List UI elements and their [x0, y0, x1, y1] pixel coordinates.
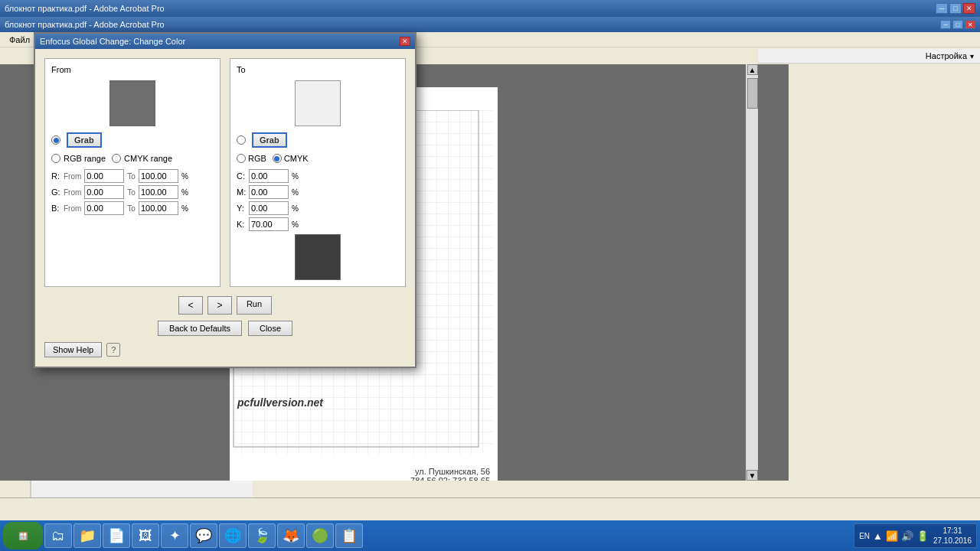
to-cmyk-radio[interactable]: CMYK: [273, 154, 309, 163]
c-label: C:: [237, 171, 246, 181]
explorer-icon: 🗂: [51, 528, 65, 544]
channel-rows: R: From To % G: From To: [51, 169, 214, 215]
to-color-preview-light: [295, 80, 341, 126]
y-label: Y:: [237, 204, 246, 213]
help-icon[interactable]: ?: [106, 343, 120, 357]
cmyk-channel-rows: C: % M: % Y:: [237, 169, 399, 231]
g-channel-row: G: From To %: [51, 185, 214, 199]
skype-icon: 💬: [195, 527, 212, 544]
vertical-scrollbar[interactable]: ▲ ▼: [746, 64, 758, 481]
dialog-close-button[interactable]: ✕: [400, 37, 410, 46]
to-cmyk-radio-btn[interactable]: [273, 154, 282, 163]
cmyk-range-label: CMYK range: [124, 154, 172, 163]
to-radio-button[interactable]: [237, 135, 246, 145]
taskbar-files-button[interactable]: 📁: [74, 523, 101, 548]
maximize-button[interactable]: □: [949, 3, 962, 14]
settings-bar: Настройка ▾: [758, 49, 980, 64]
inner-close-button[interactable]: ✕: [965, 20, 975, 29]
cmyk-range-radio[interactable]: CMYK range: [112, 154, 172, 163]
tray-sound-icon[interactable]: 🔊: [901, 530, 913, 542]
nav-next-button[interactable]: >: [207, 296, 232, 315]
to-rgb-radio[interactable]: RGB: [237, 154, 266, 163]
app-title-bar: блокнот практика.pdf - Adobe Acrobat Pro…: [0, 0, 980, 17]
g-to-input[interactable]: [139, 185, 178, 199]
b-from-input[interactable]: [84, 201, 124, 215]
inner-minimize-button[interactable]: ─: [940, 20, 951, 29]
settings-label: Настройка: [926, 51, 967, 60]
app4-icon: 📋: [341, 527, 358, 544]
scroll-down-button[interactable]: ▼: [746, 470, 758, 481]
g-label: G:: [51, 187, 60, 197]
r-label: R:: [51, 171, 60, 181]
tray-clock: 17:31: [933, 526, 972, 536]
c-pct: %: [292, 172, 299, 181]
dialog-close-action-button[interactable]: Close: [248, 321, 292, 336]
back-to-defaults-button[interactable]: Back to Defaults: [158, 321, 242, 336]
rgb-range-radio-btn[interactable]: [51, 154, 60, 163]
app2-icon: 🦊: [283, 527, 299, 544]
from-range-row: RGB range CMYK range: [51, 154, 214, 163]
status-bar: [0, 497, 980, 520]
to-rgb-radio-btn[interactable]: [237, 154, 246, 163]
m-input[interactable]: [249, 185, 289, 199]
b-pct: %: [181, 204, 188, 213]
r-from-input[interactable]: [84, 169, 124, 183]
change-color-dialog: Enfocus Global Change: Change Color ✕ Fr…: [34, 32, 416, 368]
dialog-action-row: Back to Defaults Close: [44, 321, 406, 336]
r-channel-row: R: From To %: [51, 169, 214, 183]
to-result-color-preview: [295, 234, 341, 280]
taskbar-app2-button[interactable]: 🦊: [277, 523, 305, 548]
taskbar-chrome-button[interactable]: 🌐: [219, 523, 247, 548]
b-channel-row: B: From To %: [51, 201, 214, 215]
g-from-input[interactable]: [84, 185, 124, 199]
rgb-range-radio[interactable]: RGB range: [51, 154, 106, 163]
k-channel-row: K: %: [237, 217, 399, 231]
illustrator-icon: ✦: [169, 527, 181, 544]
m-label: M:: [237, 187, 246, 197]
taskbar-illustrator-button[interactable]: ✦: [161, 523, 188, 548]
from-column: From Grab RGB range: [44, 58, 220, 287]
c-channel-row: C: %: [237, 169, 399, 183]
address-text: ул. Пушкинская, 56 784 56 02; 732 58 65: [410, 467, 490, 481]
show-help-button[interactable]: Show Help: [44, 342, 102, 357]
taskbar-acrobat-button[interactable]: 📄: [103, 523, 130, 548]
title-bar-buttons: ─ □ ✕: [936, 3, 975, 14]
b-from-label: From: [64, 204, 81, 213]
tray-network-icon[interactable]: 📶: [886, 530, 898, 542]
tray-battery-icon[interactable]: 🔋: [916, 530, 929, 542]
cmyk-range-radio-btn[interactable]: [112, 154, 121, 163]
tray-date: 27.10.2016: [933, 536, 972, 546]
c-input[interactable]: [249, 169, 289, 183]
k-pct: %: [292, 220, 299, 229]
y-input[interactable]: [249, 201, 289, 215]
menu-file[interactable]: Файл: [3, 34, 36, 46]
r-pct: %: [181, 172, 188, 181]
inner-title-bar: блокнот практика.pdf - Adobe Acrobat Pro…: [0, 17, 980, 32]
to-grab-button[interactable]: Grab: [252, 132, 287, 148]
start-button[interactable]: 🪟: [3, 522, 43, 549]
from-grab-button[interactable]: Grab: [67, 132, 102, 148]
scroll-thumb[interactable]: [747, 78, 758, 109]
watermark-text: pcfullversion.net: [237, 396, 323, 409]
taskbar-explorer-button[interactable]: 🗂: [44, 523, 72, 548]
to-rgb-label: RGB: [248, 154, 266, 163]
b-to-input[interactable]: [139, 201, 178, 215]
taskbar-app4-button[interactable]: 📋: [335, 523, 363, 548]
inner-maximize-button[interactable]: □: [952, 20, 963, 29]
k-input[interactable]: [249, 217, 289, 231]
r-to-input[interactable]: [139, 169, 178, 183]
scroll-up-button[interactable]: ▲: [747, 64, 758, 75]
address-line2: 784 56 02; 732 58 65: [410, 476, 490, 481]
taskbar-app1-button[interactable]: 🍃: [248, 523, 276, 548]
tray-arrow-icon[interactable]: ▲: [873, 530, 883, 542]
from-radio-button[interactable]: [51, 135, 60, 145]
run-button[interactable]: Run: [237, 296, 272, 315]
minimize-button[interactable]: ─: [936, 3, 948, 14]
close-button[interactable]: ✕: [963, 3, 975, 14]
settings-arrow-icon[interactable]: ▾: [970, 52, 974, 60]
taskbar-skype-button[interactable]: 💬: [190, 523, 217, 548]
taskbar-app3-button[interactable]: 🟢: [306, 523, 334, 548]
taskbar-photoshop-button[interactable]: 🖼: [132, 523, 159, 548]
photoshop-icon: 🖼: [139, 528, 152, 544]
nav-prev-button[interactable]: <: [178, 296, 203, 315]
